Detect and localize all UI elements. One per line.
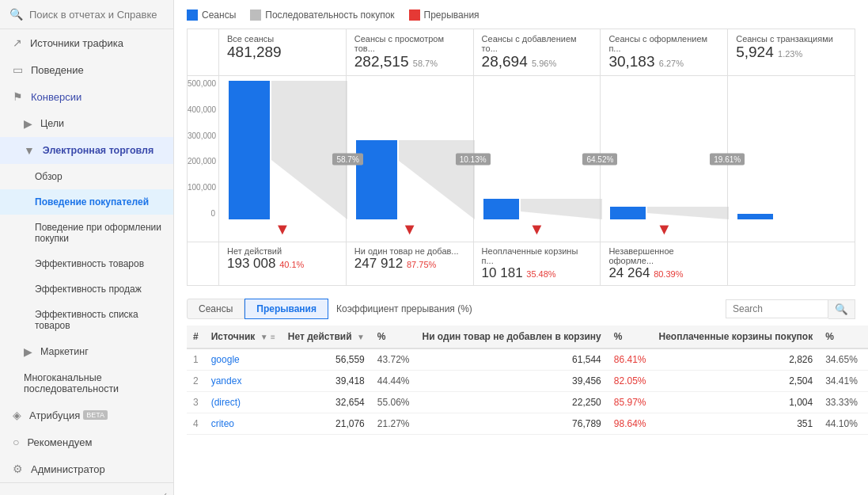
table-search-bar: 🔍 [726, 299, 855, 319]
sidebar-item-sales-perf[interactable]: Эффективность продаж [0, 276, 173, 302]
funnel-bar-col-3: 64.52% ▼ [474, 76, 601, 242]
sidebar-item-ecommerce[interactable]: ▼ Электронная торговля [0, 137, 173, 164]
sidebar-item-behavior[interactable]: ▭ Поведение [0, 56, 173, 83]
table-search-input[interactable] [726, 299, 828, 318]
sidebar-item-label: Многоканальные последовательности [24, 372, 164, 394]
sidebar-item-overview[interactable]: Обзор [0, 164, 173, 189]
sidebar-item-product-perf[interactable]: Эффективность товаров [0, 251, 173, 276]
legend-sessions: Сеансы [187, 10, 236, 21]
legend-sequence: Последовательность покупок [250, 10, 394, 21]
behavior-icon: ▭ [13, 63, 23, 76]
cell-pct1: 43.72% [371, 348, 416, 371]
tab-interruptions[interactable]: Прерывания [244, 299, 328, 319]
cell-source[interactable]: google [205, 348, 282, 371]
search-bar[interactable]: 🔍 [0, 0, 173, 29]
col-pct2: % [608, 326, 653, 348]
cell-no-action: 21,076 [282, 413, 371, 435]
attribution-icon: ◈ [13, 409, 21, 421]
sidebar-item-label: Администратор [31, 463, 105, 475]
table-row: 1 google 56,559 43.72% 61,544 86.41% 2,8… [187, 348, 868, 371]
col-unpaid: Неоплаченные корзины покупок [652, 326, 819, 348]
sidebar-item-admin[interactable]: ⚙ Администратор [0, 455, 173, 482]
cell-source[interactable]: (direct) [205, 392, 282, 413]
recommend-icon: ○ [13, 436, 19, 448]
dropout-col-5 [728, 242, 855, 285]
svg-marker-0 [271, 81, 347, 219]
dropout-arrow-1: ▼ [275, 220, 290, 238]
table-search-button[interactable]: 🔍 [828, 299, 855, 319]
col-no-action[interactable]: Нет действий ▼ [282, 326, 371, 348]
funnel-shape-2 [348, 140, 475, 219]
search-icon: 🔍 [9, 8, 23, 21]
sidebar-item-conversions[interactable]: ⚑ Конверсии [0, 83, 173, 110]
funnel-shape-4 [602, 207, 729, 219]
dropout-col-2: Ни один товар не добав... 247 912 87.75% [347, 242, 474, 285]
funnel-shape-1 [221, 81, 347, 219]
funnel-bar-col-1: 58.7% ▼ [219, 76, 347, 242]
dropout-label: Нет действий [227, 246, 338, 256]
dropout-arrow-2: ▼ [402, 220, 418, 238]
sidebar-item-recommend[interactable]: ○ Рекомендуем [0, 428, 173, 455]
y-axis: 500,000 400,000 300,000 200,000 100,000 … [188, 76, 219, 242]
cell-pct1: 44.44% [371, 371, 416, 392]
cell-num: 1 [187, 348, 205, 371]
y-label: 200,000 [188, 157, 215, 166]
col-pct1: % [371, 326, 416, 348]
search-input[interactable] [29, 9, 164, 21]
tab-sessions[interactable]: Сеансы [187, 299, 244, 319]
pct-badge-1: 58.7% [332, 153, 362, 165]
funnel-col-title: Сеансы с транзакциями [736, 34, 847, 44]
cell-unpaid: 1,004 [652, 392, 819, 413]
legend-sessions-box [187, 10, 198, 21]
filter-icon[interactable]: ≡ [271, 333, 275, 341]
sidebar-item-label: Электронная торговля [43, 145, 154, 156]
table-row: 2 yandex 39,418 44.44% 39,456 82.05% 2,5… [187, 371, 868, 392]
cell-pct2: 86.41% [608, 348, 653, 371]
funnel-col-header-4: Сеансы с оформлением п... 30,183 6.27% [601, 29, 728, 75]
cell-pct1: 55.06% [371, 392, 416, 413]
sidebar-item-goals[interactable]: ▶ Цели [0, 110, 173, 137]
sort-icon: ▼ [357, 333, 365, 341]
sidebar-item-attribution[interactable]: ◈ Атрибуция BETA [0, 402, 173, 428]
legend-sequence-box [250, 10, 261, 21]
cell-no-cart: 22,250 [415, 392, 607, 413]
funnel-bar-col-2: 10.13% ▼ [347, 76, 474, 242]
sidebar-item-label: Источники трафика [30, 37, 123, 49]
sidebar-collapse-button[interactable]: ‹ [0, 482, 173, 495]
svg-marker-2 [521, 199, 602, 219]
sidebar-item-marketing[interactable]: ▶ Маркетинг [0, 338, 173, 365]
y-label: 500,000 [188, 79, 215, 88]
bar-sessions-5 [737, 214, 773, 219]
sidebar-item-label: Маркетинг [40, 346, 89, 357]
sidebar-item-traffic[interactable]: ↗ Источники трафика [0, 29, 173, 56]
col-pct3: % [819, 326, 864, 348]
funnel-col-title: Сеансы с оформлением п... [608, 34, 719, 53]
cell-pct1: 21.27% [371, 413, 416, 435]
col-source[interactable]: Источник ▼ ≡ [205, 326, 282, 348]
dropout-col-4: Незавершенное оформле... 24 264 80.39% [601, 242, 728, 285]
sidebar-item-list-perf[interactable]: Эффективность списка товаров [0, 302, 173, 338]
dropout-col-1: Нет действий 193 008 40.1% [219, 242, 347, 285]
sidebar-item-label: Эффективность списка товаров [35, 309, 164, 331]
cell-source[interactable]: criteo [205, 413, 282, 435]
chart-legend: Сеансы Последовательность покупок Прерыв… [187, 10, 855, 21]
cell-source[interactable]: yandex [205, 371, 282, 392]
cell-num: 2 [187, 371, 205, 392]
sidebar-item-checkout-behavior[interactable]: Поведение при оформлении покупки [0, 215, 173, 251]
sidebar-item-label: Поведение [31, 64, 84, 76]
table-header-row: # Источник ▼ ≡ Нет действий ▼ % Ни один … [187, 326, 868, 348]
expand-icon: ▶ [24, 345, 32, 358]
sidebar-item-multichannel[interactable]: Многоканальные последовательности [0, 365, 173, 402]
dropout-label: Неоплаченные корзины п... [482, 246, 593, 265]
expand-icon: ▶ [24, 117, 32, 130]
traffic-icon: ↗ [13, 36, 22, 49]
pct-badge-2: 10.13% [456, 153, 491, 165]
cell-num: 4 [187, 413, 205, 435]
dropout-label: Незавершенное оформле... [608, 246, 719, 265]
sidebar-item-buyer-behavior[interactable]: Поведение покупателей [0, 189, 173, 215]
cell-no-cart: 76,789 [415, 413, 607, 435]
cell-pct3: 34.41% [819, 371, 864, 392]
funnel-col-pct: 58.7% [413, 59, 438, 68]
sidebar-item-label: Цели [40, 118, 64, 129]
tab-middle-label: Коэффициент прерывания (%) [336, 303, 472, 314]
